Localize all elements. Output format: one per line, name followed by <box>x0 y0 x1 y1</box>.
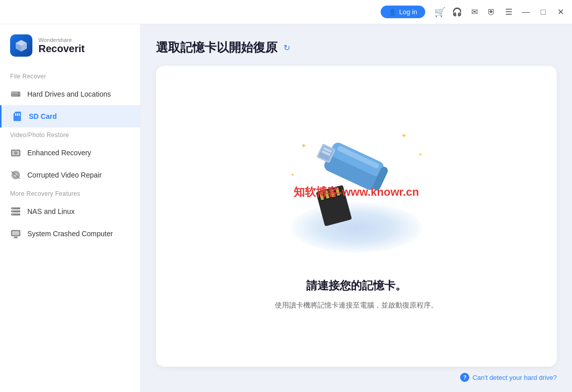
sidebar-item-corrupted-video[interactable]: Corrupted Video Repair <box>0 164 140 186</box>
help-link[interactable]: ? Can't detect your hard drive? <box>460 373 557 382</box>
maximize-button[interactable]: □ <box>536 5 551 20</box>
main-layout: Wondershare Recoverit File Recover Hard … <box>0 24 572 392</box>
logo-area: Wondershare Recoverit <box>0 34 140 69</box>
minimize-button[interactable]: — <box>518 5 534 20</box>
content-area: 選取記憶卡以開始復原 ↻ ✦ ✦ ✦ ✦ 知软博客-www.knowr.cn <box>141 24 572 392</box>
svg-rect-7 <box>17 113 18 116</box>
corrupted-video-label: Corrupted Video Repair <box>27 171 102 179</box>
app-logo-icon <box>10 34 32 57</box>
svg-rect-19 <box>12 208 13 209</box>
help-icon: ? <box>460 373 469 382</box>
sidebar: Wondershare Recoverit File Recover Hard … <box>0 24 141 392</box>
login-label: Log in <box>399 8 417 16</box>
headset-button[interactable]: 🎧 <box>450 5 465 20</box>
svg-rect-6 <box>15 113 16 116</box>
cart-button[interactable]: 🛒 <box>432 5 447 20</box>
svg-rect-23 <box>12 231 19 235</box>
illustration-area: ✦ ✦ ✦ ✦ 知软博客-www.knowr.cn <box>275 121 437 263</box>
card-connect-subtitle: 使用讀卡機將記憶卡連接至電腦，並啟動復原程序。 <box>275 299 438 311</box>
svg-rect-24 <box>14 237 17 238</box>
sidebar-item-system-crashed[interactable]: System Crashed Computer <box>0 223 140 245</box>
svg-rect-21 <box>12 214 13 215</box>
logo-text: Wondershare Recoverit <box>38 37 85 55</box>
sidebar-item-nas-linux[interactable]: NAS and Linux <box>0 200 140 223</box>
help-label: Can't detect your hard drive? <box>472 374 557 381</box>
svg-rect-8 <box>19 113 20 116</box>
close-button[interactable]: ✕ <box>553 5 568 20</box>
email-button[interactable]: ✉ <box>467 5 482 20</box>
title-bar-actions: 👤 Log in 🛒 🎧 ✉ ⛨ ☰ — □ ✕ <box>381 5 568 20</box>
hard-drives-label: Hard Drives and Locations <box>27 90 111 98</box>
svg-point-12 <box>15 152 17 154</box>
main-card: ✦ ✦ ✦ ✦ 知软博客-www.knowr.cn <box>156 66 557 367</box>
corrupted-video-icon <box>10 169 21 181</box>
sidebar-item-enhanced-recovery[interactable]: Enhanced Recovery <box>0 142 140 164</box>
hard-drives-icon <box>10 89 21 100</box>
card-connect-title: 請連接您的記憶卡。 <box>306 278 406 293</box>
enhanced-recovery-label: Enhanced Recovery <box>27 149 91 157</box>
usb-sd-illustration <box>285 121 427 243</box>
nas-linux-label: NAS and Linux <box>27 207 74 215</box>
svg-point-5 <box>18 95 19 96</box>
section1-label: File Recover <box>0 69 140 83</box>
nas-linux-icon <box>10 206 21 217</box>
login-button[interactable]: 👤 Log in <box>381 6 425 18</box>
title-bar: 👤 Log in 🛒 🎧 ✉ ⛨ ☰ — □ ✕ <box>0 0 572 24</box>
refresh-icon[interactable]: ↻ <box>283 43 290 53</box>
user-icon: 👤 <box>389 9 396 16</box>
section2-label: Video/Photo Restore <box>0 127 140 142</box>
logo-name: Recoverit <box>38 43 85 55</box>
shield-button[interactable]: ⛨ <box>484 5 499 20</box>
svg-rect-20 <box>12 211 13 212</box>
sd-card-label: SD Card <box>29 112 57 120</box>
menu-button[interactable]: ☰ <box>501 5 516 20</box>
logo-brand: Wondershare <box>38 37 85 43</box>
enhanced-recovery-icon <box>10 147 21 158</box>
system-crashed-label: System Crashed Computer <box>27 230 113 238</box>
system-crashed-icon <box>10 228 21 239</box>
help-bar: ? Can't detect your hard drive? <box>156 367 557 382</box>
section3-label: More Recovery Features <box>0 186 140 200</box>
sidebar-item-hard-drives[interactable]: Hard Drives and Locations <box>0 83 140 105</box>
svg-point-3 <box>18 93 19 94</box>
svg-rect-25 <box>13 238 18 238</box>
page-title: 選取記憶卡以開始復原 <box>156 39 277 56</box>
sidebar-item-sd-card[interactable]: SD Card <box>0 105 140 127</box>
sd-card-icon <box>12 111 23 122</box>
page-header: 選取記憶卡以開始復原 ↻ <box>156 39 557 56</box>
